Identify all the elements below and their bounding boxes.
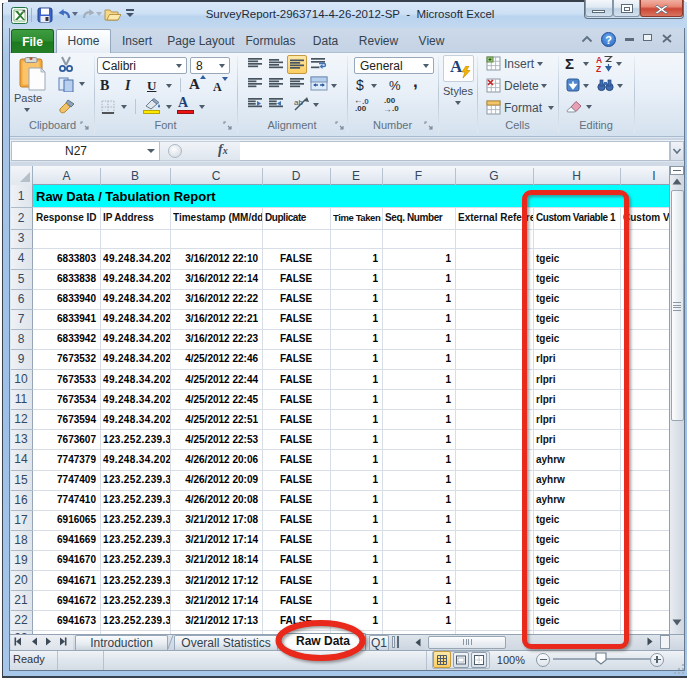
svg-text:Z: Z <box>596 64 601 73</box>
svg-text:→: → <box>383 104 392 113</box>
svg-text:.0: .0 <box>392 104 399 112</box>
svg-text:ab: ab <box>294 98 303 107</box>
svg-text:.00: .00 <box>355 104 367 112</box>
